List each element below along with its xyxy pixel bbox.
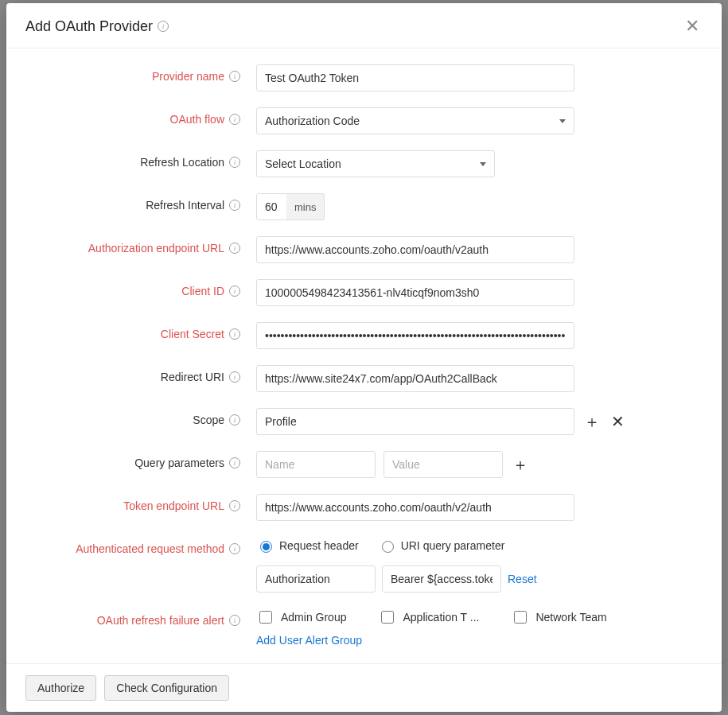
remove-scope-button[interactable]: ✕ xyxy=(609,414,626,429)
info-icon[interactable]: i xyxy=(229,200,240,211)
info-icon[interactable]: i xyxy=(229,157,240,168)
row-oauth-flow: OAuth flow i Authorization Code xyxy=(25,107,703,134)
modal-footer: Authorize Check Configuration xyxy=(6,663,722,712)
row-client-secret: Client Secret i xyxy=(25,322,703,349)
radio-request-header[interactable]: Request header xyxy=(256,538,359,553)
info-icon[interactable]: i xyxy=(158,21,169,32)
label-refresh-failure-alert: OAuth refresh failure alert i xyxy=(25,608,256,627)
token-endpoint-input[interactable] xyxy=(256,494,574,521)
row-auth-endpoint: Authorization endpoint URL i xyxy=(25,236,703,263)
client-id-input[interactable] xyxy=(256,279,574,306)
reset-link[interactable]: Reset xyxy=(508,573,537,585)
info-icon[interactable]: i xyxy=(229,457,240,468)
add-query-param-button[interactable]: ＋ xyxy=(511,457,530,472)
oauth-provider-modal: Add OAuth Provider i ✕ Provider name i O… xyxy=(6,3,722,712)
redirect-uri-input[interactable] xyxy=(256,365,574,392)
client-secret-input[interactable] xyxy=(256,322,574,349)
info-icon[interactable]: i xyxy=(229,543,240,554)
info-icon[interactable]: i xyxy=(229,243,240,254)
add-scope-button[interactable]: ＋ xyxy=(582,414,601,429)
check-configuration-button[interactable]: Check Configuration xyxy=(104,675,229,701)
label-provider-name: Provider name i xyxy=(25,64,256,83)
modal-title-text: Add OAuth Provider xyxy=(25,18,153,35)
auth-header-name-input[interactable] xyxy=(256,565,376,593)
label-token-endpoint: Token endpoint URL i xyxy=(25,494,256,512)
row-refresh-location: Refresh Location i Select Location xyxy=(25,150,703,177)
authorize-button[interactable]: Authorize xyxy=(25,675,96,701)
label-auth-endpoint: Authorization endpoint URL i xyxy=(25,236,256,255)
label-refresh-interval: Refresh Interval i xyxy=(25,193,256,212)
info-icon[interactable]: i xyxy=(229,114,240,125)
info-icon[interactable]: i xyxy=(229,500,240,511)
label-client-secret: Client Secret i xyxy=(25,322,256,340)
label-client-id: Client ID i xyxy=(25,279,256,297)
auth-endpoint-input[interactable] xyxy=(256,236,574,263)
checkbox-network-team-input[interactable] xyxy=(514,611,527,624)
info-icon[interactable]: i xyxy=(229,328,240,340)
checkbox-application-team[interactable]: Application T ... xyxy=(378,608,479,626)
refresh-location-select[interactable]: Select Location xyxy=(256,150,495,177)
label-refresh-location: Refresh Location i xyxy=(25,150,256,169)
checkbox-admin-group[interactable]: Admin Group xyxy=(256,608,346,626)
provider-name-input[interactable] xyxy=(256,64,574,91)
radio-request-header-input[interactable] xyxy=(260,541,272,553)
refresh-interval-unit: mins xyxy=(286,193,325,220)
scope-input[interactable] xyxy=(256,408,574,435)
add-user-alert-group-link[interactable]: Add User Alert Group xyxy=(256,634,362,647)
modal-title: Add OAuth Provider i xyxy=(25,18,169,35)
modal-header: Add OAuth Provider i ✕ xyxy=(6,3,722,49)
alert-group-checkboxes: Admin Group Application T ... Network Te… xyxy=(256,608,607,626)
close-button[interactable]: ✕ xyxy=(682,17,703,35)
row-scope: Scope i ＋ ✕ xyxy=(25,408,703,435)
row-redirect-uri: Redirect URI i xyxy=(25,365,703,392)
chevron-down-icon xyxy=(480,162,486,166)
row-client-id: Client ID i xyxy=(25,279,703,306)
row-token-endpoint: Token endpoint URL i xyxy=(25,494,703,521)
info-icon[interactable]: i xyxy=(229,286,240,297)
modal-body: Provider name i OAuth flow i Authorizati… xyxy=(6,49,722,663)
checkbox-admin-group-input[interactable] xyxy=(259,611,272,624)
info-icon[interactable]: i xyxy=(229,414,240,426)
info-icon[interactable]: i xyxy=(229,371,240,383)
query-param-value-input[interactable] xyxy=(383,451,503,478)
oauth-flow-select[interactable]: Authorization Code xyxy=(256,107,574,134)
label-oauth-flow: OAuth flow i xyxy=(25,107,256,126)
row-refresh-failure-alert: OAuth refresh failure alert i Admin Grou… xyxy=(25,608,703,647)
row-query-params: Query parameters i ＋ xyxy=(25,451,703,478)
row-provider-name: Provider name i xyxy=(25,64,703,91)
radio-uri-query[interactable]: URI query parameter xyxy=(378,538,505,553)
chevron-down-icon xyxy=(559,119,566,123)
label-query-params: Query parameters i xyxy=(25,451,256,469)
info-icon[interactable]: i xyxy=(229,71,240,82)
auth-method-radio-group: Request header URI query parameter xyxy=(256,537,504,553)
radio-uri-query-input[interactable] xyxy=(382,541,394,553)
checkbox-network-team[interactable]: Network Team xyxy=(511,608,606,626)
auth-header-value-input[interactable] xyxy=(382,565,501,593)
info-icon[interactable]: i xyxy=(229,615,240,626)
checkbox-application-team-input[interactable] xyxy=(381,611,394,624)
row-auth-method: Authenticated request method i Request h… xyxy=(25,537,703,593)
row-refresh-interval: Refresh Interval i mins xyxy=(25,193,703,220)
query-param-name-input[interactable] xyxy=(256,451,376,478)
label-scope: Scope i xyxy=(25,408,256,426)
label-redirect-uri: Redirect URI i xyxy=(25,365,256,383)
label-auth-method: Authenticated request method i xyxy=(25,537,256,555)
